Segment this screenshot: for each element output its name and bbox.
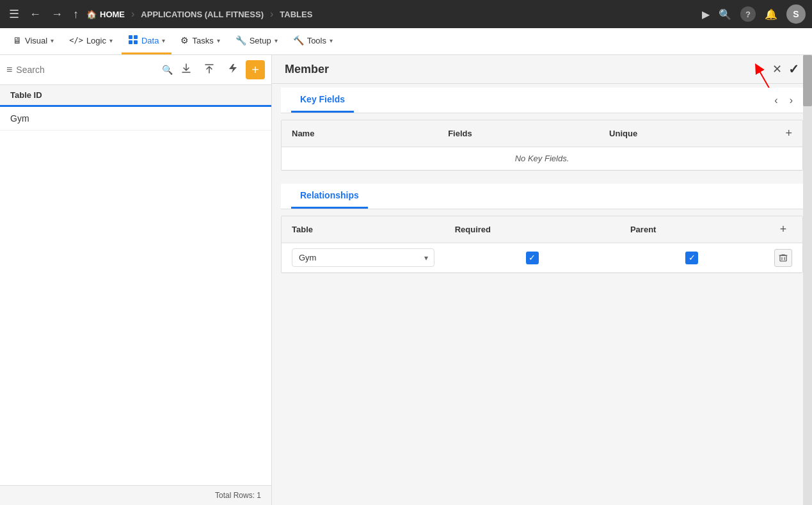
save-button[interactable]: ✓ <box>788 61 799 77</box>
app-label[interactable]: APPLICATIONS (ALL FITNESS) <box>141 10 264 19</box>
visual-label: Visual <box>25 36 47 45</box>
key-fields-add-col: + <box>775 120 802 147</box>
relationships-section-tabs: Relationships <box>281 184 803 209</box>
next-section-button[interactable]: › <box>786 93 797 108</box>
rel-required-cell: ✓ <box>445 243 620 273</box>
svg-rect-3 <box>134 40 138 44</box>
logic-label: Logic <box>86 36 106 45</box>
tasks-dropdown-arrow: ▾ <box>217 37 220 44</box>
rel-delete-cell <box>764 243 802 273</box>
required-check-icon: ✓ <box>529 253 536 262</box>
visual-dropdown-arrow: ▾ <box>51 37 54 44</box>
lightning-icon[interactable] <box>223 61 242 78</box>
help-icon[interactable]: ? <box>740 6 756 22</box>
tab-key-fields[interactable]: Key Fields <box>291 88 354 113</box>
data-icon <box>128 35 138 47</box>
setup-icon: 🔧 <box>235 35 246 45</box>
close-button[interactable]: ✕ <box>772 62 782 76</box>
left-panel-footer: Total Rows: 1 <box>0 485 271 505</box>
key-fields-table: Name Fields Unique + No Key Fields. <box>282 120 802 170</box>
top-nav-actions: ▶ 🔍 ? 🔔 S <box>702 4 806 24</box>
home-icon: 🏠 <box>86 10 97 19</box>
relationships-table: Table Required Parent + Gym <box>282 216 802 273</box>
rel-table-dropdown-wrapper: Gym ▾ <box>292 248 434 267</box>
svg-rect-2 <box>129 40 132 44</box>
up-icon[interactable]: ↑ <box>70 5 81 24</box>
tools-dropdown-arrow: ▾ <box>330 37 333 44</box>
prev-section-button[interactable]: ‹ <box>770 93 781 108</box>
rel-table-select[interactable]: Gym <box>292 248 434 267</box>
home-nav-item[interactable]: 🏠 HOME <box>86 10 125 19</box>
panel-header-actions: ✕ ✓ <box>772 61 799 77</box>
svg-rect-5 <box>780 255 786 261</box>
rel-parent-col: Parent <box>620 216 764 243</box>
rel-table-cell: Gym ▾ <box>282 243 445 273</box>
data-dropdown-arrow: ▾ <box>162 37 165 44</box>
scrollbar[interactable] <box>803 55 812 505</box>
key-fields-header-row: Name Fields Unique + <box>282 120 802 147</box>
bell-icon[interactable]: 🔔 <box>765 8 777 20</box>
rel-table-col: Table <box>282 216 445 243</box>
right-panel: Member ✕ ✓ Key Fields ‹ › <box>272 55 812 505</box>
nav-item-visual[interactable]: 🖥 Visual ▾ <box>6 28 60 54</box>
left-panel: ≡ 🔍 + <box>0 55 272 505</box>
parent-checkbox[interactable]: ✓ <box>685 252 698 264</box>
nav-item-setup[interactable]: 🔧 Setup ▾ <box>229 28 284 54</box>
rel-required-col: Required <box>445 216 620 243</box>
key-fields-empty-row: No Key Fields. <box>282 147 802 170</box>
filter-icon[interactable]: ≡ <box>6 64 12 76</box>
table-id-label: Table ID <box>10 90 42 100</box>
key-fields-fields-col: Fields <box>438 120 599 147</box>
setup-dropdown-arrow: ▾ <box>275 37 278 44</box>
forward-icon[interactable]: → <box>49 5 65 24</box>
nav-item-logic[interactable]: </> Logic ▾ <box>63 28 119 54</box>
add-key-field-button[interactable]: + <box>785 127 792 140</box>
section-tabs: Key Fields ‹ › <box>281 88 803 113</box>
search-bar: ≡ 🔍 + <box>0 55 271 85</box>
table-id-header: Table ID <box>0 85 271 107</box>
user-avatar[interactable]: S <box>786 4 806 24</box>
gym-row-label: Gym <box>10 113 29 124</box>
rel-add-col: + <box>764 216 802 243</box>
required-checkbox[interactable]: ✓ <box>526 252 539 264</box>
upload-icon[interactable] <box>200 61 219 78</box>
total-rows-label: Total Rows: 1 <box>215 491 261 500</box>
search-input[interactable] <box>16 65 158 75</box>
scrollbar-thumb <box>803 55 812 106</box>
nav-item-tools[interactable]: 🔨 Tools ▾ <box>287 28 339 54</box>
section-nav: ‹ › <box>770 93 797 108</box>
back-icon[interactable]: ← <box>27 5 44 24</box>
nav-item-data[interactable]: Data ▾ <box>122 28 171 54</box>
add-relationship-button[interactable]: + <box>780 223 787 236</box>
tools-icon: 🔨 <box>293 35 304 45</box>
main-content: ≡ 🔍 + <box>0 55 812 505</box>
tables-label[interactable]: TABLES <box>280 10 312 19</box>
logic-dropdown-arrow: ▾ <box>109 37 113 44</box>
relationship-row: Gym ▾ ✓ ✓ <box>282 243 802 273</box>
search-actions: + <box>177 60 265 79</box>
tasks-label: Tasks <box>192 36 213 45</box>
breadcrumb-sep-1: › <box>131 8 134 20</box>
play-icon[interactable]: ▶ <box>702 8 710 20</box>
table-row[interactable]: Gym <box>0 107 271 131</box>
menu-icon[interactable]: ☰ <box>6 4 22 24</box>
nav-item-tasks[interactable]: ⚙ Tasks ▾ <box>174 28 226 54</box>
tab-relationships[interactable]: Relationships <box>291 184 368 209</box>
visual-icon: 🖥 <box>13 35 22 45</box>
key-fields-empty-message: No Key Fields. <box>282 147 802 170</box>
search-magnifier-icon[interactable]: 🔍 <box>162 65 173 75</box>
panel-title: Member <box>285 63 772 76</box>
setup-label: Setup <box>250 36 271 45</box>
key-fields-unique-col: Unique <box>599 120 775 147</box>
delete-relationship-button[interactable] <box>774 249 792 267</box>
relationships-header-row: Table Required Parent + <box>282 216 802 243</box>
key-fields-name-col: Name <box>282 120 438 147</box>
tools-label: Tools <box>307 36 326 45</box>
svg-rect-1 <box>134 35 138 39</box>
home-label: HOME <box>100 10 125 19</box>
search-nav-icon[interactable]: 🔍 <box>719 8 731 20</box>
relationships-section: Table Required Parent + Gym <box>281 216 803 273</box>
svg-rect-0 <box>129 35 132 39</box>
download-icon[interactable] <box>177 61 196 78</box>
add-table-button[interactable]: + <box>246 60 265 79</box>
